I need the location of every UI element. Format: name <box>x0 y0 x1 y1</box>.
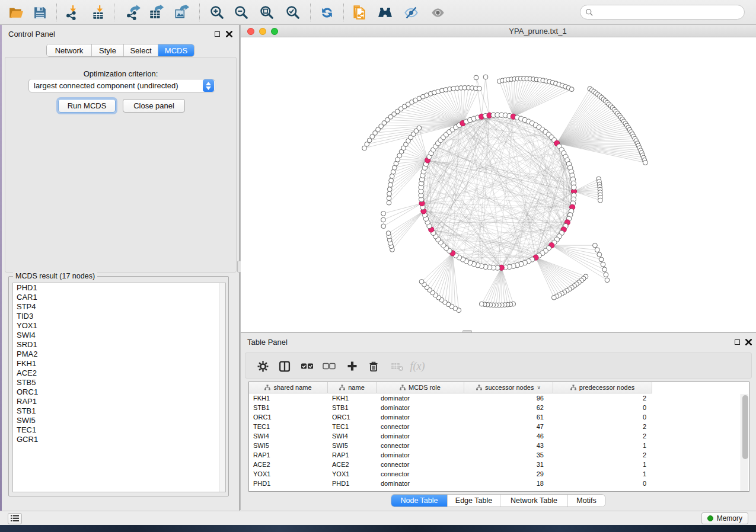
network-leaf-node[interactable] <box>479 302 484 306</box>
tab-network-table[interactable]: Network Table <box>500 495 568 507</box>
network-leaf-node[interactable] <box>386 231 391 236</box>
mcds-result-item[interactable]: TID3 <box>13 312 225 321</box>
column-header-MCDS-role[interactable]: MCDS role <box>377 382 464 393</box>
table-scrollbar-thumb[interactable] <box>742 395 748 459</box>
network-leaf-node[interactable] <box>391 169 395 174</box>
mcds-result-item[interactable]: STB5 <box>13 378 225 387</box>
table-row[interactable]: SWI4SWI4dominator462 <box>249 431 652 441</box>
list-scrollbar[interactable] <box>219 283 225 492</box>
network-graph[interactable] <box>241 38 756 332</box>
mcds-result-item[interactable]: ORC1 <box>13 387 225 397</box>
network-leaf-node[interactable] <box>593 243 598 248</box>
import-network-button[interactable] <box>62 4 82 21</box>
tab-style[interactable]: Style <box>92 44 124 56</box>
close-panel-button-mcds[interactable]: Close panel <box>123 99 185 113</box>
import-table-button[interactable] <box>88 4 109 21</box>
show-columns-button[interactable] <box>276 358 293 374</box>
column-header-shared-name[interactable]: shared name <box>249 382 328 393</box>
tab-mcds[interactable]: MCDS <box>158 44 194 56</box>
export-image-button[interactable] <box>171 4 192 21</box>
network-leaf-node[interactable] <box>388 182 393 187</box>
network-leaf-node[interactable] <box>387 187 392 192</box>
network-leaf-node[interactable] <box>474 75 479 80</box>
network-leaf-node[interactable] <box>390 174 394 178</box>
export-network-button[interactable] <box>123 4 143 21</box>
table-row[interactable]: ORC1ORC1dominator610 <box>249 412 652 422</box>
mcds-result-item[interactable]: RAP1 <box>13 397 225 406</box>
tab-node-table[interactable]: Node Table <box>391 495 448 507</box>
tab-edge-table[interactable]: Edge Table <box>448 495 500 507</box>
table-row[interactable]: FKH1FKH1dominator962 <box>249 393 652 403</box>
select-all-rows-button[interactable] <box>299 358 315 374</box>
delete-rows-button[interactable] <box>365 358 382 374</box>
add-row-button[interactable] <box>344 358 361 374</box>
minimize-window-button[interactable] <box>259 28 266 35</box>
mcds-result-item[interactable]: SWI4 <box>13 331 225 340</box>
show-all-button[interactable] <box>428 4 448 21</box>
tab-select[interactable]: Select <box>124 44 158 56</box>
table-row[interactable]: ACE2ACE2connector311 <box>249 460 652 469</box>
mcds-result-item[interactable]: YOX1 <box>13 321 225 331</box>
mcds-result-item[interactable]: GCR1 <box>13 435 225 444</box>
save-session-button[interactable] <box>30 4 50 21</box>
mcds-result-list[interactable]: PHD1CAR1STP4TID3YOX1SWI4SRD1PMA2FKH1ACE2… <box>12 283 226 492</box>
network-leaf-node[interactable] <box>597 252 602 257</box>
network-leaf-node[interactable] <box>417 126 422 130</box>
network-leaf-node[interactable] <box>381 217 385 222</box>
table-row[interactable]: YOX1YOX1connector291 <box>249 469 652 479</box>
criterion-select[interactable]: largest connected component (undirected) <box>28 79 215 92</box>
table-settings-button[interactable] <box>254 358 271 374</box>
mcds-result-item[interactable]: CAR1 <box>13 293 225 302</box>
mcds-result-item[interactable]: STB1 <box>13 406 225 416</box>
search-input[interactable] <box>594 8 730 17</box>
task-history-button[interactable] <box>8 513 22 524</box>
refresh-layout-button[interactable] <box>317 4 337 21</box>
mcds-result-item[interactable]: PHD1 <box>13 283 225 293</box>
zoom-in-button[interactable] <box>207 4 227 21</box>
network-leaf-node[interactable] <box>569 87 574 92</box>
float-panel-button[interactable] <box>213 30 221 38</box>
mcds-result-item[interactable]: PMA2 <box>13 350 225 359</box>
close-table-panel-button[interactable] <box>744 338 752 346</box>
table-row[interactable]: TEC1TEC1connector472 <box>249 422 652 431</box>
zoom-out-button[interactable] <box>231 4 251 21</box>
float-table-panel-button[interactable] <box>733 338 741 346</box>
hide-selected-button[interactable] <box>401 4 421 21</box>
zoom-selected-button[interactable] <box>283 4 303 21</box>
delete-table-button[interactable] <box>389 358 406 374</box>
network-leaf-node[interactable] <box>595 248 599 252</box>
deselect-all-rows-button[interactable] <box>321 358 337 374</box>
column-header-predecessor-nodes[interactable]: predecessor nodes <box>553 382 652 393</box>
mcds-result-item[interactable]: TEC1 <box>13 425 225 435</box>
network-leaf-node[interactable] <box>483 75 488 79</box>
clone-network-button[interactable] <box>350 4 370 21</box>
table-scrollbar[interactable] <box>741 394 748 491</box>
table-row[interactable]: RAP1RAP1dominator352 <box>249 450 652 460</box>
zoom-fit-button[interactable] <box>257 4 277 21</box>
first-neighbors-button[interactable] <box>375 4 395 21</box>
search-box[interactable] <box>580 5 745 20</box>
table-row[interactable]: STB1STB1dominator620 <box>249 403 652 412</box>
network-leaf-node[interactable] <box>643 161 647 165</box>
table-row[interactable]: PHD1PHD1dominator180 <box>249 479 652 488</box>
network-leaf-node[interactable] <box>601 262 605 267</box>
network-leaf-node[interactable] <box>477 86 482 91</box>
export-table-button[interactable] <box>146 4 166 21</box>
network-leaf-node[interactable] <box>604 273 608 277</box>
mcds-result-item[interactable]: STP4 <box>13 302 225 312</box>
network-leaf-node[interactable] <box>602 267 607 272</box>
network-leaf-node[interactable] <box>551 295 556 300</box>
network-leaf-node[interactable] <box>387 200 391 205</box>
close-window-button[interactable] <box>247 28 254 35</box>
network-leaf-node[interactable] <box>419 280 424 284</box>
close-panel-button[interactable] <box>225 30 233 38</box>
network-leaf-node[interactable] <box>387 196 391 201</box>
tab-motifs[interactable]: Motifs <box>568 495 605 507</box>
network-leaf-node[interactable] <box>387 191 392 196</box>
network-leaf-node[interactable] <box>599 257 604 262</box>
network-leaf-node[interactable] <box>605 278 610 283</box>
network-leaf-node[interactable] <box>389 178 394 183</box>
mcds-result-item[interactable]: SWI5 <box>13 416 225 425</box>
mcds-result-item[interactable]: ACE2 <box>13 368 225 378</box>
function-builder-button[interactable]: f(x) <box>409 358 426 374</box>
